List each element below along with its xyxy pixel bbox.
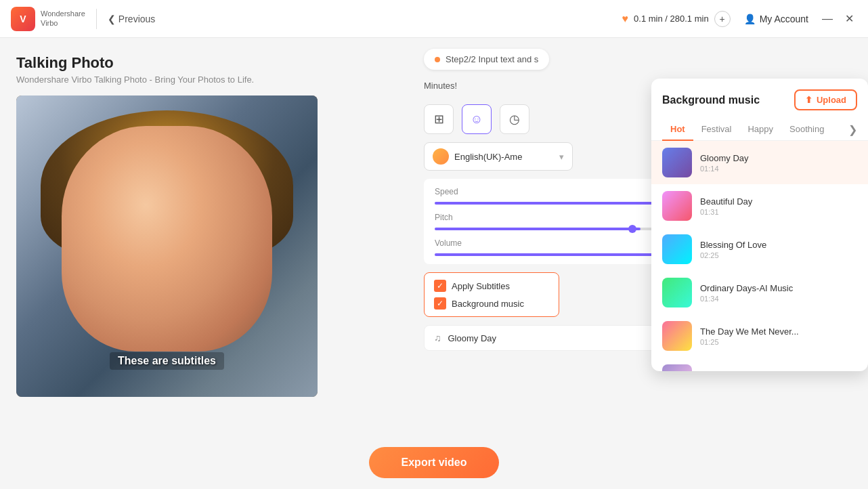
track-thumbnail [662, 191, 692, 221]
step-dot [435, 57, 440, 62]
page-subtitle: Wondershare Virbo Talking Photo - Bring … [16, 75, 397, 85]
upload-music-button[interactable]: ⬆ Upload [794, 89, 857, 110]
chevron-left-icon: ❮ [108, 14, 116, 24]
export-video-button[interactable]: Export video [369, 447, 500, 478]
bg-music-panel: Background music ⬆ Upload Hot Festival H… [651, 79, 868, 371]
track-duration: 01:31 [700, 208, 857, 216]
list-item[interactable]: Ordinary Days-AI Music 01:34 [651, 271, 868, 314]
track-info: Ordinary Days-AI Music 01:34 [700, 283, 857, 303]
apply-subtitles-option[interactable]: ✓ Apply Subtitles [434, 280, 549, 292]
track-info: Rainy Day-AI music 01:07 [700, 370, 857, 372]
apply-subtitles-label: Apply Subtitles [452, 281, 510, 291]
voice-select[interactable]: English(UK)-Ame ▾ [424, 142, 573, 171]
music-tabs: Hot Festival Happy Soothing ❯ [651, 119, 868, 141]
account-button[interactable]: 👤 My Account [744, 14, 808, 24]
footer: Export video [0, 436, 868, 478]
track-duration: 02:25 [700, 251, 857, 259]
track-name: Beautiful Day [700, 196, 857, 207]
track-name: Blessing Of Love [700, 240, 857, 250]
title-bar-divider [96, 9, 97, 29]
track-thumbnail [662, 278, 692, 307]
track-info: The Day We Met Never... 01:25 [700, 326, 857, 346]
list-item[interactable]: Rainy Day-AI music 01:07 [651, 358, 868, 371]
app-logo-icon: V [11, 7, 35, 31]
subtitle-overlay: These are subtitles [16, 352, 318, 370]
bg-music-header: Background music ⬆ Upload [651, 79, 868, 119]
track-name: The Day We Met Never... [700, 326, 857, 337]
page-title: Talking Photo [16, 54, 397, 72]
track-info: Beautiful Day 01:31 [700, 196, 857, 216]
time-info: ♥ 0.1 min / 280.1 min + [622, 11, 731, 27]
track-info: Gloomy Day 01:14 [700, 153, 857, 173]
title-bar: V Wondershare Virbo ❮ Previous ♥ 0.1 min… [0, 0, 868, 38]
track-name: Gloomy Day [700, 153, 857, 163]
upload-icon: ⬆ [805, 95, 812, 105]
tabs-more-icon[interactable]: ❯ [848, 123, 857, 136]
music-list: Gloomy Day 01:14 Beautiful Day 01:31 Ble… [651, 141, 868, 371]
tab-festival[interactable]: Festival [693, 119, 740, 141]
pitch-fill [435, 228, 641, 230]
text-tool-button[interactable]: ⊞ [424, 104, 454, 134]
list-item[interactable]: Beautiful Day 01:31 [651, 184, 868, 228]
window-controls: — ✕ [819, 11, 857, 27]
video-preview: These are subtitles [16, 95, 318, 397]
track-thumbnail [662, 321, 692, 351]
bg-music-title: Background music [662, 94, 760, 106]
background-music-checkbox[interactable]: ✓ [434, 297, 446, 310]
selected-music-name: Gloomy Day [448, 333, 497, 343]
tab-soothing[interactable]: Soothing [781, 119, 832, 141]
left-panel: Talking Photo Wondershare Virbo Talking … [0, 38, 413, 489]
track-info: Blessing Of Love 02:25 [700, 240, 857, 259]
apply-subtitles-checkbox[interactable]: ✓ [434, 280, 446, 292]
heart-icon: ♥ [622, 13, 629, 25]
chevron-down-icon: ▾ [559, 152, 564, 162]
right-panel: Step2/2 Input text and s Minutes! ⊞ ☺ ◷ … [413, 38, 868, 489]
avatar-tool-button[interactable]: ☺ [462, 104, 492, 134]
list-item[interactable]: Gloomy Day 01:14 [651, 141, 868, 184]
timer-tool-button[interactable]: ◷ [500, 104, 529, 134]
pitch-thumb[interactable] [628, 225, 636, 233]
voice-avatar [433, 148, 449, 165]
track-thumbnail [662, 148, 692, 177]
add-time-button[interactable]: + [714, 11, 731, 27]
tab-happy[interactable]: Happy [739, 119, 781, 141]
track-name: Rainy Day-AI music [700, 370, 857, 372]
step-indicator: Step2/2 Input text and s [424, 49, 549, 70]
music-note-icon: ♫ [434, 333, 441, 343]
background-music-label: Background music [452, 299, 524, 309]
background-music-option[interactable]: ✓ Background music [434, 297, 549, 310]
list-item[interactable]: Blessing Of Love 02:25 [651, 228, 868, 271]
track-duration: 01:25 [700, 338, 857, 346]
close-button[interactable]: ✕ [841, 11, 857, 27]
previous-button[interactable]: ❮ Previous [108, 14, 155, 24]
track-thumbnail [662, 234, 692, 264]
options-box: ✓ Apply Subtitles ✓ Background music [424, 272, 559, 317]
list-item[interactable]: The Day We Met Never... 01:25 [651, 314, 868, 358]
account-icon: 👤 [744, 14, 756, 24]
track-duration: 01:34 [700, 295, 857, 303]
logo-area: V Wondershare Virbo [11, 7, 85, 31]
portrait-face [62, 126, 273, 352]
main-content: Talking Photo Wondershare Virbo Talking … [0, 38, 868, 489]
subtitle-text: These are subtitles [110, 352, 224, 370]
track-name: Ordinary Days-AI Music [700, 283, 857, 293]
minimize-button[interactable]: — [819, 11, 836, 27]
track-thumbnail [662, 364, 692, 371]
app-name: Wondershare Virbo [41, 9, 85, 27]
tab-hot[interactable]: Hot [662, 119, 693, 141]
track-duration: 01:14 [700, 165, 857, 173]
